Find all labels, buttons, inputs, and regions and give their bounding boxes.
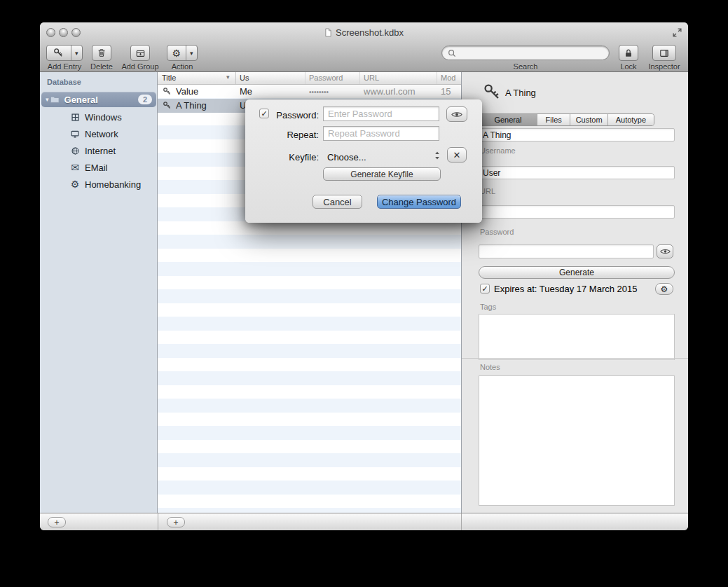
- column-divider[interactable]: [359, 72, 360, 84]
- key-icon: [163, 101, 172, 110]
- inspector-panel: A Thing General Files Custom Autotype Us…: [461, 72, 688, 513]
- expires-checkbox[interactable]: ✓: [480, 284, 490, 294]
- clear-keyfile-button[interactable]: ✕: [447, 147, 467, 163]
- cell-title: A Thing: [176, 100, 207, 111]
- sidebar-item-windows[interactable]: Windows: [40, 109, 157, 125]
- gear-icon: ⚙: [167, 46, 186, 60]
- cell-username: Me: [240, 86, 252, 97]
- add-group-plus-button[interactable]: +: [48, 517, 66, 527]
- display-icon: [69, 128, 81, 139]
- column-divider[interactable]: [437, 72, 437, 84]
- trash-icon: [97, 48, 107, 58]
- reveal-password-button[interactable]: [446, 106, 467, 122]
- close-icon: ✕: [453, 150, 461, 160]
- repeat-password-input[interactable]: [323, 126, 439, 141]
- sidebar-item-label: Internet: [85, 146, 116, 156]
- reveal-password-button[interactable]: [657, 244, 673, 258]
- folder-icon: [49, 95, 60, 104]
- search-field[interactable]: [441, 46, 610, 60]
- inspector-tabs: General Files Custom Autotype: [479, 113, 654, 126]
- action-button[interactable]: ⚙ ▾: [167, 45, 198, 61]
- add-group-button[interactable]: [130, 45, 150, 61]
- lock-icon: [624, 48, 633, 58]
- cell-password: ••••••••: [309, 88, 329, 96]
- windows-icon: [69, 111, 81, 123]
- new-password-input[interactable]: [323, 106, 439, 121]
- cell-modified: 15: [441, 86, 451, 97]
- sidebar-item-homebanking[interactable]: ⚙ Homebanking: [40, 176, 157, 193]
- gear-icon: ⚙: [661, 284, 668, 294]
- password-field[interactable]: [479, 244, 654, 258]
- column-header-url[interactable]: URL: [364, 74, 379, 82]
- tab-files[interactable]: Files: [537, 114, 570, 125]
- table-row[interactable]: Value Me •••••••• www.url.com 15: [158, 85, 461, 99]
- sidebar-item-internet[interactable]: Internet: [40, 142, 157, 159]
- sidebar-item-label: Network: [85, 129, 118, 139]
- key-icon: [483, 83, 501, 101]
- entry-list-header: Title ▾ Us Password URL Mod: [158, 72, 461, 85]
- cancel-button[interactable]: Cancel: [313, 195, 362, 209]
- column-divider[interactable]: [235, 72, 236, 84]
- window-title-area: Screenshot.kdbx: [40, 22, 688, 42]
- generate-keyfile-button[interactable]: Generate Keyfile: [323, 167, 441, 181]
- sidebar-item-email[interactable]: ✉ EMail: [40, 159, 157, 176]
- plus-icon: +: [173, 518, 178, 527]
- section-divider: [462, 358, 688, 359]
- entry-count-badge: 2: [138, 95, 152, 104]
- cell-title: Value: [176, 86, 198, 97]
- tab-autotype[interactable]: Autotype: [608, 114, 654, 125]
- delete-button[interactable]: [92, 45, 111, 61]
- sidebar-group-label: General: [64, 95, 98, 105]
- search-label: Search: [501, 62, 550, 71]
- column-header-password[interactable]: Password: [309, 74, 343, 82]
- column-header-title[interactable]: Title: [162, 74, 176, 82]
- sidebar: Database ▾ General 2 Windows Network: [40, 72, 158, 513]
- url-label: URL: [480, 187, 495, 195]
- search-input[interactable]: [459, 48, 603, 59]
- title-field[interactable]: [479, 128, 675, 141]
- dialog-password-label: Password:: [248, 110, 319, 120]
- stepper-arrows-icon[interactable]: [434, 151, 440, 160]
- column-header-username[interactable]: Us: [240, 74, 249, 82]
- action-label: Action: [158, 62, 207, 71]
- tags-input[interactable]: [479, 314, 675, 360]
- plus-icon: +: [54, 518, 59, 527]
- column-header-modified[interactable]: Mod: [441, 74, 455, 82]
- change-password-button[interactable]: Change Password: [377, 195, 461, 209]
- title-bar: Screenshot.kdbx: [40, 22, 688, 42]
- generate-password-button[interactable]: Generate: [479, 266, 675, 279]
- sidebar-item-network[interactable]: Network: [40, 125, 157, 142]
- tags-label: Tags: [480, 303, 496, 311]
- inspector-panel-icon: [659, 48, 670, 58]
- sidebar-header: Database: [47, 78, 81, 86]
- document-icon: [324, 28, 332, 37]
- sidebar-item-label: EMail: [85, 163, 108, 173]
- fullscreen-icon[interactable]: [672, 27, 682, 38]
- sidebar-group-general[interactable]: ▾ General 2: [41, 92, 156, 107]
- window-title: Screenshot.kdbx: [336, 27, 404, 38]
- password-label: Password: [480, 228, 514, 236]
- inspector-button[interactable]: [652, 45, 676, 61]
- tab-custom[interactable]: Custom: [570, 114, 607, 125]
- chevron-down-icon[interactable]: ▾: [71, 46, 82, 60]
- add-entry-plus-button[interactable]: +: [167, 517, 185, 527]
- column-divider[interactable]: [305, 72, 305, 84]
- folder-plus-icon: [135, 48, 146, 58]
- keyfile-popup[interactable]: Choose...: [327, 152, 366, 163]
- dialog-repeat-label: Repeat:: [248, 130, 319, 140]
- url-field[interactable]: [479, 205, 675, 219]
- expires-label: Expires at: Tuesday 17 March 2015: [494, 284, 638, 294]
- expiry-options-button[interactable]: ⚙: [655, 283, 673, 295]
- sort-indicator-icon: ▾: [226, 74, 230, 81]
- key-icon: [163, 87, 172, 96]
- lock-button[interactable]: [619, 45, 638, 61]
- tab-general[interactable]: General: [479, 114, 537, 125]
- inspector-entry-title: A Thing: [505, 88, 536, 98]
- chevron-down-icon[interactable]: ▾: [186, 46, 197, 60]
- username-label: Username: [480, 146, 516, 155]
- sidebar-item-label: Windows: [85, 112, 122, 123]
- notes-label: Notes: [480, 363, 500, 371]
- username-field[interactable]: [479, 166, 675, 179]
- notes-input[interactable]: [479, 375, 675, 506]
- add-entry-button[interactable]: ▾: [46, 45, 83, 61]
